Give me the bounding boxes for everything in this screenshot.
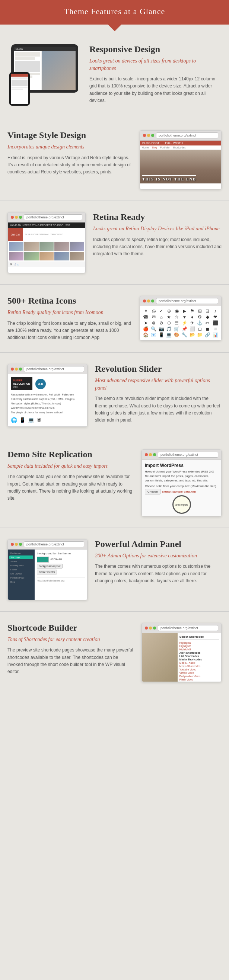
icons-browser-bar: portfoliotheme.org/extinct: [140, 296, 221, 306]
shortcode-layout: Shortcode Builder Tons of Shortcodes for…: [8, 623, 221, 682]
dot-green: [151, 134, 154, 137]
demo-browser: portfoliotheme.org/extinct Import WordPr…: [141, 449, 221, 516]
browser-url-6: portfoliotheme.org/extinct: [24, 541, 84, 547]
retina-social-icons: ✉ f t: [8, 262, 85, 267]
shortcode-item-dailymotion[interactable]: Dailymotion Video: [179, 675, 219, 678]
admin-section-label: background for the theme: [37, 552, 85, 555]
icon-cell: ⊞: [196, 309, 204, 314]
vintage-browser-content: BLOG POST FULL WIDTH Home Blog Portfolio…: [140, 141, 221, 189]
shortcode-menu-panel: Select Shortcode Highlight1 Highlight2 H…: [178, 633, 221, 682]
retina-title: Retina Ready: [93, 212, 221, 222]
shortcode-item-vimeo[interactable]: Vimeo Video: [179, 671, 219, 675]
shortcode-browser-bar: portfoliotheme.org/extinct: [142, 623, 221, 633]
section-icons: 500+ Retina Icons Retina Ready quality f…: [0, 285, 229, 352]
admin-menu-blog: Blog: [9, 580, 33, 584]
import-choose-label: Choose a file from your computer: (Maxim…: [145, 484, 218, 488]
vintage-browser-image: portfoliotheme.org/extinct BLOG POST FUL…: [139, 130, 221, 189]
icons-browser-image: portfoliotheme.org/extinct ✦ ◎ ✓ ⊕ ◉ ▶ ⚑: [139, 296, 221, 340]
vintage-description: Extinct is inspired by various Vintage a…: [8, 154, 132, 176]
browser-dots-2: [11, 216, 22, 219]
slider-version: V2.6: [13, 386, 18, 388]
demo-description: The complete data you see on the preview…: [8, 473, 134, 502]
admin-browser-image: portfoliotheme.org/extinct Dashboard Sit…: [8, 539, 88, 600]
facebook-icon: f: [14, 262, 16, 266]
shortcode-item-youtube[interactable]: Youtube Video: [179, 668, 219, 671]
shortcode-menu-title: Select Shortcode: [179, 635, 219, 640]
slider-browser-image: portfoliotheme.org/extinct SLIDER SLIDER…: [8, 364, 88, 427]
section-admin: portfoliotheme.org/extinct Dashboard Sit…: [0, 528, 229, 611]
shortcode-item-bar[interactable]: Bar Shortcodes: [179, 681, 219, 682]
dot-green-7: [153, 627, 156, 630]
icon-cell: 🎵: [165, 326, 173, 332]
icon-cell: 🔍: [150, 326, 157, 332]
responsive-description: Extinct is built to scale - incorporates…: [90, 76, 221, 104]
blog-post-label: BLOG POST: [142, 142, 159, 145]
icon-cell: ⚡: [181, 320, 188, 326]
responsive-title: Responsive Design: [90, 44, 221, 54]
shortcode-browser-image: portfoliotheme.org/extinct Select Shortc…: [141, 623, 221, 682]
page-header: Theme Features at a Glance: [0, 0, 229, 25]
admin-menu-sitelayout: Site Layout: [9, 572, 33, 576]
shortcode-item-h1[interactable]: Highlight1: [179, 641, 219, 644]
icon-cell: 📂: [188, 332, 196, 338]
slider-subtitle: Most advanced responsive slider with pow…: [95, 377, 221, 391]
admin-menu-portfolio: Portfolio Page: [9, 576, 33, 580]
demo-browser-image: portfoliotheme.org/extinct Import WordPr…: [141, 449, 221, 516]
grid-img-1: [9, 242, 24, 251]
shortcode-item-list[interactable]: List Shortcodes: [179, 654, 219, 658]
shortcode-item-alert[interactable]: Alert Shortcodes: [179, 651, 219, 654]
color-swatch[interactable]: [37, 557, 49, 563]
shortcode-item-h2[interactable]: Highlight2: [179, 644, 219, 648]
shortcode-item-media[interactable]: Media Shortcodes: [179, 658, 219, 661]
admin-menu-footer: Footer: [9, 568, 33, 571]
browser-url-2: portfoliotheme.org/extinct: [24, 214, 82, 220]
shortcode-item-media2[interactable]: Media Shortcodes: [179, 665, 219, 668]
bg-repeat-select[interactable]: background-repeat: [37, 564, 62, 568]
admin-select-row: background-repeat: [37, 564, 85, 568]
slider-layout: portfoliotheme.org/extinct SLIDER SLIDER…: [8, 364, 221, 427]
device-mockup-container: BLOG: [8, 44, 82, 106]
header-arrow-decoration: [108, 25, 122, 31]
center-select[interactable]: Center Center: [37, 570, 57, 574]
grid-img-8: [40, 252, 54, 261]
slider-title: Revolution Slider: [95, 364, 221, 374]
section-demo: Demo Site Replication Sample data includ…: [0, 438, 229, 528]
retina-subtitle: Looks great on Retina Display Devices li…: [93, 225, 221, 232]
nav-portfolio: Portfolio: [160, 146, 170, 149]
browser-url-5: portfoliotheme.org/extinct: [158, 452, 218, 458]
shortcode-item-audio[interactable]: Media - Audio: [179, 661, 219, 665]
choose-button[interactable]: Choose: [145, 489, 160, 495]
vintage-title: Vintage Style Design: [8, 130, 132, 140]
retina-layout: portfoliotheme.org/extinct HAVE AN INTER…: [8, 212, 221, 273]
shortcode-item-flash[interactable]: Flash Video: [179, 678, 219, 681]
import-browser-content: Import WordPress Howdy! Upload your Word…: [142, 460, 221, 516]
admin-main-panel: background for the theme #209e88 backgro…: [35, 549, 87, 600]
icon-cell: 📌: [181, 326, 188, 332]
icon-cell: ⚙: [196, 314, 204, 320]
icon-cell: ☆: [173, 314, 181, 320]
dot-yellow-4: [15, 368, 18, 371]
vintage-hero-image: THIS IS NOT THE END: [140, 150, 221, 183]
vintage-nav-bar: Home Blog Portfolio Shortcodes: [140, 145, 221, 150]
dot-yellow-6: [15, 543, 18, 546]
icon-cell: ✂: [204, 320, 211, 326]
grid-img-10: [70, 252, 84, 261]
icon-cell: ➤: [142, 320, 150, 326]
slider-description: The demo site revolution slider import i…: [95, 395, 221, 424]
wp-version: 3.8: [38, 382, 43, 386]
browser-url-4: portfoliotheme.org/extinct: [24, 366, 84, 372]
section-retina: portfoliotheme.org/extinct HAVE AN INTER…: [0, 201, 229, 284]
icon-cell: 📱: [157, 332, 165, 338]
icon-cell: 🔧: [181, 332, 188, 338]
shortcode-item-h3[interactable]: Highlight3: [179, 648, 219, 651]
browser-dots-5: [145, 453, 156, 456]
slider-text: Revolution Slider Most advanced responsi…: [95, 364, 221, 424]
icon-cell: 📊: [211, 332, 219, 338]
page-title: Theme Features at a Glance: [8, 7, 221, 16]
tablet-icon: 💻: [28, 417, 34, 423]
grid-img-6: [9, 252, 24, 261]
import-intro: Howdy! Upload your WordPress extended (R…: [145, 469, 218, 483]
slider-feature-4: WordPress Backend Overhaul in V2.6: [11, 406, 84, 410]
twitter-icon: t: [18, 262, 19, 266]
icon-cell: ◼: [204, 326, 211, 332]
